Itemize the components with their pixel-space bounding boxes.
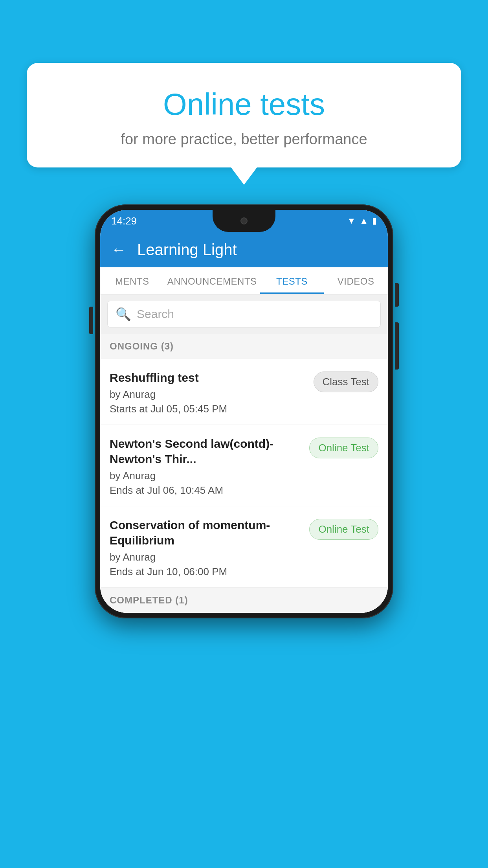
test-info-2: Newton's Second law(contd)-Newton's Thir…	[110, 436, 303, 497]
volume-down-button	[395, 322, 399, 370]
search-box[interactable]: 🔍 Search	[107, 301, 381, 327]
volume-button	[89, 307, 93, 334]
test-date-2: Ends at Jul 06, 10:45 AM	[110, 484, 303, 497]
app-header: ← Learning Light	[100, 232, 388, 267]
promo-title: Online tests	[42, 86, 446, 122]
test-item-1[interactable]: Reshuffling test by Anurag Starts at Jul…	[100, 359, 388, 425]
tab-announcements[interactable]: ANNOUNCEMENTS	[164, 267, 260, 294]
back-button[interactable]: ←	[111, 241, 126, 258]
tab-videos[interactable]: VIDEOS	[324, 267, 388, 294]
promo-card: Online tests for more practice, better p…	[27, 63, 461, 167]
status-bar: 14:29 ▼ ▲ ▮	[100, 210, 388, 232]
completed-section-header: COMPLETED (1)	[100, 588, 388, 613]
test-author-2: by Anurag	[110, 470, 303, 482]
test-list: Reshuffling test by Anurag Starts at Jul…	[100, 359, 388, 588]
status-icons: ▼ ▲ ▮	[347, 216, 377, 226]
ongoing-section-header: ONGOING (3)	[100, 334, 388, 359]
test-item-2[interactable]: Newton's Second law(contd)-Newton's Thir…	[100, 425, 388, 506]
search-icon: 🔍	[116, 307, 131, 322]
test-date-1: Starts at Jul 05, 05:45 PM	[110, 403, 307, 415]
test-item-3[interactable]: Conservation of momentum-Equilibrium by …	[100, 506, 388, 588]
status-time: 14:29	[111, 215, 137, 227]
test-info-3: Conservation of momentum-Equilibrium by …	[110, 517, 303, 578]
test-name-1: Reshuffling test	[110, 370, 307, 385]
test-name-2: Newton's Second law(contd)-Newton's Thir…	[110, 436, 303, 467]
tab-ments[interactable]: MENTS	[100, 267, 164, 294]
phone-screen: 14:29 ▼ ▲ ▮ ← Learning Light MENTS	[100, 210, 388, 613]
tabs-bar: MENTS ANNOUNCEMENTS TESTS VIDEOS	[100, 267, 388, 294]
test-badge-3: Online Test	[309, 519, 378, 540]
signal-icon: ▲	[360, 216, 368, 226]
battery-icon: ▮	[372, 216, 377, 226]
test-name-3: Conservation of momentum-Equilibrium	[110, 517, 303, 548]
test-date-3: Ends at Jun 10, 06:00 PM	[110, 566, 303, 578]
front-camera	[240, 217, 248, 224]
search-container: 🔍 Search	[100, 294, 388, 334]
promo-subtitle: for more practice, better performance	[42, 131, 446, 148]
tab-tests[interactable]: TESTS	[260, 267, 324, 294]
search-placeholder: Search	[137, 307, 174, 321]
test-badge-1: Class Test	[314, 371, 378, 392]
test-author-3: by Anurag	[110, 551, 303, 563]
phone-shell: 14:29 ▼ ▲ ▮ ← Learning Light MENTS	[95, 204, 393, 618]
power-button	[395, 283, 399, 307]
test-info-1: Reshuffling test by Anurag Starts at Jul…	[110, 370, 307, 415]
phone-notch	[213, 210, 275, 232]
app-title: Learning Light	[137, 241, 237, 259]
test-author-1: by Anurag	[110, 388, 307, 401]
phone-mockup: 14:29 ▼ ▲ ▮ ← Learning Light MENTS	[95, 204, 393, 618]
test-badge-2: Online Test	[309, 438, 378, 458]
wifi-icon: ▼	[347, 216, 356, 226]
